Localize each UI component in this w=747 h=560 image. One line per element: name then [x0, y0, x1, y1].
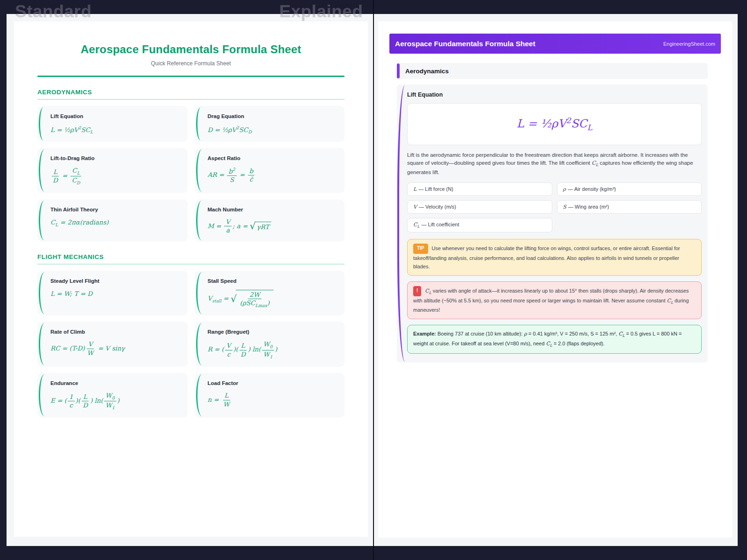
- variable-item: S— Wing area (m²): [557, 200, 702, 214]
- bracket-accent: [39, 149, 46, 192]
- formula-card-title: Stall Speed: [208, 278, 338, 284]
- bracket-accent: [39, 323, 46, 365]
- formula-card-title: Range (Breguet): [208, 329, 338, 335]
- formula-expression: CL = 2πα(radians): [50, 218, 180, 227]
- topic-description: Lift is the aerodynamic force perpendicu…: [407, 151, 702, 176]
- variable-symbol: L: [413, 186, 416, 192]
- bracket-accent: [196, 149, 204, 192]
- formula-expression: RC = (T-D)VW = V sinγ: [50, 341, 180, 357]
- section-bar-aerodynamics: Aerodynamics: [397, 63, 708, 79]
- bracket-accent: [196, 201, 204, 240]
- main-formula-box: L = ½ρV2SCL: [407, 103, 702, 145]
- bracket-accent: [196, 272, 204, 315]
- formula-grid-aerodynamics: Lift Equation L = ½ρV2SCL Drag Equation …: [37, 106, 345, 242]
- bracket-accent: [39, 107, 46, 140]
- variable-symbol: S: [563, 204, 567, 210]
- formula-expression: L = W; T = D: [50, 290, 180, 297]
- bracket-accent: [196, 374, 204, 417]
- formula-card: Load Factor n = LW: [195, 373, 345, 418]
- formula-card: Aspect Ratio AR = b2S = bc̄: [195, 148, 345, 193]
- variable-list: L— Lift force (N) ρ— Air density (kg/m³)…: [407, 182, 702, 232]
- variable-item: CL— Lift coefficient: [407, 218, 552, 232]
- formula-card-title: Drag Equation: [208, 113, 338, 119]
- formula-card-title: Mach Number: [208, 207, 338, 212]
- explained-pane-label: Explained: [279, 2, 363, 21]
- variable-desc: — Wing area (m²): [568, 204, 609, 210]
- section-header-flight-mechanics: FLIGHT MECHANICS: [37, 253, 345, 265]
- formula-card-title: Thin Airfoil Theory: [50, 207, 180, 212]
- site-name: EngineeringSheet.com: [663, 41, 715, 47]
- formula-expression: AR = b2S = bc̄: [208, 167, 338, 184]
- formula-expression: R = (Vc)(LD) ln(W0W1): [208, 341, 338, 359]
- standard-sheet: Aerospace Fundamentals Formula Sheet Qui…: [14, 21, 368, 537]
- bracket-accent: [39, 272, 46, 315]
- warning-text: CL varies with angle of attack—it increa…: [413, 288, 689, 313]
- section-accent-bar: [397, 63, 400, 78]
- formula-card-title: Steady Level Flight: [50, 278, 180, 284]
- explained-title: Aerospace Fundamentals Formula Sheet: [395, 40, 536, 48]
- variable-symbol: V: [413, 204, 417, 210]
- formula-expression: M = Va; a = √γRT: [208, 218, 338, 234]
- variable-item: L— Lift force (N): [407, 182, 552, 196]
- section-header-aerodynamics: AERODYNAMICS: [37, 89, 345, 100]
- formula-card: Drag Equation D = ½ρV2SCD: [195, 106, 345, 142]
- formula-expression: L = ½ρV2SCL: [50, 125, 180, 134]
- sheet-title: Aerospace Fundamentals Formula Sheet: [37, 43, 345, 56]
- formula-expression: Vstall = √2W(ρSCLmax): [208, 290, 338, 308]
- bracket-accent: [397, 85, 407, 362]
- formula-grid-flight-mechanics: Steady Level Flight L = W; T = D Stall S…: [37, 271, 345, 418]
- variable-desc: — Air density (kg/m³): [568, 186, 616, 192]
- formula-card: Steady Level Flight L = W; T = D: [37, 271, 188, 316]
- lift-equation-block: Lift Equation L = ½ρV2SCL Lift is the ae…: [397, 84, 708, 363]
- formula-card-title: Lift Equation: [50, 113, 180, 119]
- formula-card-title: Lift-to-Drag Ratio: [50, 155, 180, 161]
- warning-badge: !: [413, 286, 421, 296]
- formula-card: Endurance E = (1c)(LD) ln(W0W1): [37, 373, 188, 418]
- bracket-accent: [39, 374, 46, 417]
- formula-card-title: Load Factor: [208, 380, 338, 386]
- standard-pane: Aerospace Fundamentals Formula Sheet Qui…: [7, 14, 373, 546]
- variable-symbol: ρ: [563, 186, 566, 192]
- tip-badge: TIP: [413, 244, 428, 254]
- formula-card: Lift Equation L = ½ρV2SCL: [37, 106, 188, 142]
- explained-sheet: Aerospace Fundamentals Formula Sheet Eng…: [378, 21, 732, 538]
- sheet-subtitle: Quick Reference Formula Sheet: [37, 60, 345, 67]
- formula-card: Rate of Climb RC = (T-D)VW = V sinγ: [37, 322, 188, 367]
- section-bar-label: Aerodynamics: [405, 68, 449, 75]
- formula-card-title: Aspect Ratio: [208, 155, 338, 161]
- formula-card-title: Endurance: [50, 380, 180, 386]
- purple-header-bar: Aerospace Fundamentals Formula Sheet Eng…: [389, 34, 721, 54]
- formula-card: Thin Airfoil Theory CL = 2πα(radians): [37, 199, 188, 242]
- variable-symbol: CL: [413, 222, 419, 228]
- topic-title: Lift Equation: [407, 91, 702, 98]
- main-formula: L = ½ρV2SCL: [516, 116, 592, 132]
- tip-text: Use whenever you need to calculate the l…: [413, 245, 680, 269]
- formula-expression: LD = CLCD: [50, 167, 180, 186]
- title-divider: [37, 76, 345, 77]
- variable-item: ρ— Air density (kg/m³): [557, 182, 702, 196]
- comparison-view: Aerospace Fundamentals Formula Sheet Qui…: [0, 0, 747, 560]
- bracket-accent: [196, 323, 204, 365]
- formula-card: Stall Speed Vstall = √2W(ρSCLmax): [195, 271, 345, 316]
- formula-card: Mach Number M = Va; a = √γRT: [195, 199, 345, 242]
- formula-card: Range (Breguet) R = (Vc)(LD) ln(W0W1): [195, 322, 345, 367]
- formula-expression: n = LW: [208, 392, 338, 408]
- bracket-accent: [39, 201, 46, 240]
- variable-desc: — Velocity (m/s): [419, 204, 456, 210]
- warning-note: !CL varies with angle of attack—it incre…: [407, 281, 702, 319]
- example-label: Example:: [413, 331, 436, 336]
- formula-card: Lift-to-Drag Ratio LD = CLCD: [37, 148, 188, 193]
- formula-expression: D = ½ρV2SCD: [208, 125, 338, 134]
- variable-desc: — Lift coefficient: [421, 222, 459, 227]
- example-text: Boeing 737 at cruise (10 km altitude): ρ…: [413, 331, 682, 346]
- bracket-accent: [196, 107, 204, 140]
- variable-item: V— Velocity (m/s): [407, 200, 552, 214]
- standard-pane-label: Standard: [15, 2, 92, 21]
- formula-expression: E = (1c)(LD) ln(W0W1): [50, 392, 180, 411]
- example-note: Example: Boeing 737 at cruise (10 km alt…: [407, 325, 702, 354]
- formula-card-title: Rate of Climb: [50, 329, 180, 335]
- explained-pane: Aerospace Fundamentals Formula Sheet Eng…: [374, 14, 738, 546]
- variable-desc: — Lift force (N): [418, 186, 453, 192]
- tip-note: TIPUse whenever you need to calculate th…: [407, 239, 702, 276]
